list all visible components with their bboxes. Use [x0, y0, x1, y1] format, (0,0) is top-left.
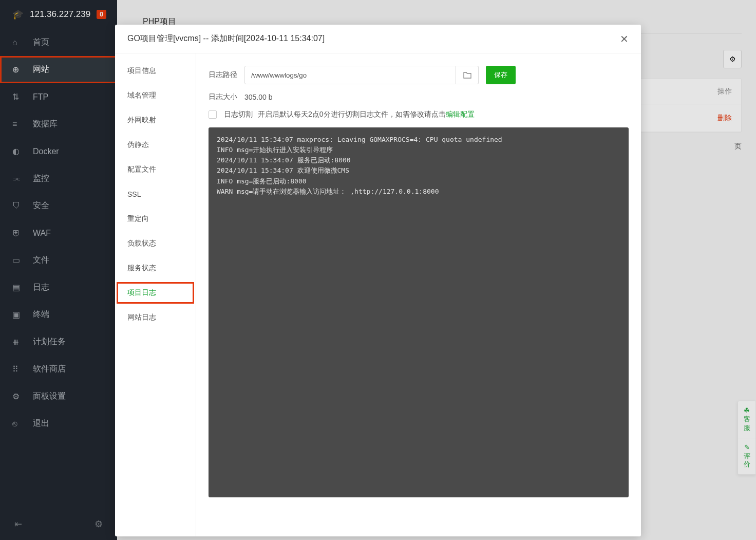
log-size-row: 日志大小 305.00 b: [209, 92, 629, 102]
log-path-row: 日志路径 保存: [209, 66, 629, 84]
edit-config-link[interactable]: 编辑配置: [446, 110, 475, 119]
modal-nav-item-2[interactable]: 外网映射: [115, 108, 196, 133]
modal-nav-item-7[interactable]: 负载状态: [115, 231, 196, 256]
log-cut-desc: 开启后默认每天2点0分进行切割日志文件，如需修改请点击: [258, 110, 446, 119]
modal-nav-item-3[interactable]: 伪静态: [115, 133, 196, 157]
save-button[interactable]: 保存: [486, 66, 516, 84]
log-path-label: 日志路径: [209, 70, 244, 80]
log-console: 2024/10/11 15:34:07 maxprocs: Leaving GO…: [209, 127, 629, 497]
log-cut-title: 日志切割: [224, 110, 253, 119]
project-manage-modal: GO项目管理[vvcms] -- 添加时间[2024-10-11 15:34:0…: [115, 25, 641, 536]
modal-nav-item-0[interactable]: 项目信息: [115, 59, 196, 83]
modal-nav-item-8[interactable]: 服务状态: [115, 256, 196, 281]
log-size-value: 305.00 b: [244, 93, 273, 101]
close-icon[interactable]: ✕: [620, 33, 629, 45]
log-path-input[interactable]: [244, 66, 456, 84]
modal-body: 项目信息域名管理外网映射伪静态配置文件SSL重定向负载状态服务状态项目日志网站日…: [115, 53, 641, 536]
folder-icon[interactable]: [456, 66, 479, 84]
modal-content: 日志路径 保存 日志大小 305.00 b 日志切割 开启后默认每天2点0分进行…: [196, 53, 641, 536]
modal-nav-item-9[interactable]: 项目日志: [115, 281, 196, 305]
modal-nav-item-10[interactable]: 网站日志: [115, 305, 196, 330]
log-cut-checkbox[interactable]: [209, 110, 217, 119]
modal-nav-item-5[interactable]: SSL: [115, 182, 196, 207]
modal-overlay: GO项目管理[vvcms] -- 添加时间[2024-10-11 15:34:0…: [0, 0, 756, 540]
log-size-label: 日志大小: [209, 92, 244, 102]
modal-nav-item-1[interactable]: 域名管理: [115, 83, 196, 108]
modal-nav: 项目信息域名管理外网映射伪静态配置文件SSL重定向负载状态服务状态项目日志网站日…: [115, 53, 196, 536]
modal-header: GO项目管理[vvcms] -- 添加时间[2024-10-11 15:34:0…: [115, 25, 641, 53]
modal-nav-item-6[interactable]: 重定向: [115, 207, 196, 231]
modal-title: GO项目管理[vvcms] -- 添加时间[2024-10-11 15:34:0…: [127, 33, 325, 44]
modal-nav-item-4[interactable]: 配置文件: [115, 157, 196, 182]
log-cut-row: 日志切割 开启后默认每天2点0分进行切割日志文件，如需修改请点击 编辑配置: [209, 110, 629, 119]
